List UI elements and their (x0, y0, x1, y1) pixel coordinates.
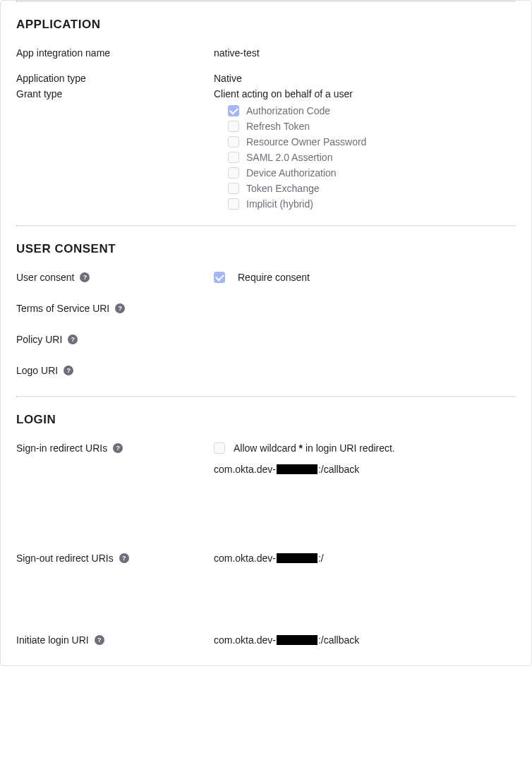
grant-option-label: Token Exchange (246, 183, 320, 194)
policy-uri-row: Policy URI ? (16, 334, 516, 345)
wildcard-suffix: in login URI redirect. (303, 442, 395, 454)
initiate-login-row: Initiate login URI ? com.okta.dev-:/call… (16, 634, 516, 646)
grant-option-checkbox[interactable] (228, 105, 239, 116)
allow-wildcard-row: Allow wildcard * in login URI redirect. (214, 442, 516, 454)
grant-option-row: Resource Owner Password (228, 136, 516, 147)
redacted-block (277, 553, 318, 563)
grant-option-label: Implicit (hybrid) (246, 198, 313, 210)
redacted-block (277, 635, 318, 645)
app-name-value: native-test (214, 47, 260, 59)
app-type-label: Application type (16, 73, 86, 84)
user-consent-label: User consent (16, 272, 74, 283)
grant-type-label: Grant type (16, 88, 62, 99)
initiate-login-label: Initiate login URI (16, 634, 89, 646)
login-section: LOGIN Sign-in redirect URIs ? Allow wild… (16, 397, 516, 665)
grant-option-label: Refresh Token (246, 121, 310, 132)
app-type-value: Native (214, 73, 242, 84)
uri-suffix: :/ (318, 553, 324, 564)
signin-redirect-row: Sign-in redirect URIs ? Allow wildcard *… (16, 442, 516, 475)
signout-redirect-uri: com.okta.dev-:/ (214, 553, 324, 564)
tos-uri-row: Terms of Service URI ? (16, 303, 516, 314)
spacer (16, 564, 516, 634)
signin-redirect-label: Sign-in redirect URIs (16, 442, 107, 454)
tos-uri-label: Terms of Service URI (16, 303, 109, 314)
grant-option-row: Refresh Token (228, 121, 516, 132)
wildcard-prefix: Allow wildcard (234, 442, 299, 454)
grant-option-label: Authorization Code (246, 105, 330, 116)
uri-suffix: :/callback (318, 464, 359, 475)
grant-subheading: Client acting on behalf of a user (214, 88, 516, 99)
require-consent-row: Require consent (214, 272, 516, 283)
user-consent-row: User consent ? Require consent (16, 272, 516, 283)
settings-panel: APPLICATION App integration name native-… (0, 0, 532, 666)
grant-option-row: Authorization Code (228, 105, 516, 116)
uri-prefix: com.okta.dev- (214, 634, 276, 646)
user-consent-section: USER CONSENT User consent ? Require cons… (16, 227, 516, 396)
grant-types-list: Authorization CodeRefresh TokenResource … (214, 105, 516, 210)
grant-option-checkbox[interactable] (228, 183, 239, 194)
application-heading: APPLICATION (16, 18, 516, 32)
help-icon[interactable]: ? (80, 272, 90, 282)
grant-option-label: Resource Owner Password (246, 136, 366, 147)
grant-option-row: Token Exchange (228, 183, 516, 194)
user-consent-heading: USER CONSENT (16, 242, 516, 256)
grant-option-row: Implicit (hybrid) (228, 198, 516, 210)
app-name-row: App integration name native-test (16, 47, 516, 59)
grant-type-row: Grant type Client acting on behalf of a … (16, 88, 516, 210)
grant-option-row: Device Authorization (228, 167, 516, 179)
allow-wildcard-label: Allow wildcard * in login URI redirect. (234, 442, 395, 454)
grant-option-checkbox[interactable] (228, 198, 239, 210)
signout-redirect-row: Sign-out redirect URIs ? com.okta.dev-:/ (16, 553, 516, 564)
help-icon[interactable]: ? (115, 303, 125, 313)
help-icon[interactable]: ? (95, 635, 104, 645)
grant-option-checkbox[interactable] (228, 167, 239, 179)
initiate-login-uri: com.okta.dev-:/callback (214, 634, 359, 646)
application-section: APPLICATION App integration name native-… (16, 2, 516, 225)
signin-redirect-uri: com.okta.dev-:/callback (214, 464, 359, 475)
redacted-block (277, 464, 318, 474)
logo-uri-row: Logo URI ? (16, 365, 516, 376)
signout-redirect-label: Sign-out redirect URIs (16, 553, 114, 564)
grant-option-row: SAML 2.0 Assertion (228, 152, 516, 163)
require-consent-checkbox[interactable] (214, 272, 225, 283)
help-icon[interactable]: ? (68, 334, 78, 344)
allow-wildcard-checkbox[interactable] (214, 442, 225, 454)
app-name-label: App integration name (16, 47, 110, 59)
spacer (16, 475, 516, 553)
help-icon[interactable]: ? (119, 553, 129, 563)
grant-option-checkbox[interactable] (228, 121, 239, 132)
grant-option-checkbox[interactable] (228, 152, 239, 163)
app-type-row: Application type Native (16, 73, 516, 84)
uri-prefix: com.okta.dev- (214, 464, 276, 475)
uri-prefix: com.okta.dev- (214, 553, 276, 564)
grant-option-label: SAML 2.0 Assertion (246, 152, 332, 163)
help-icon[interactable]: ? (64, 366, 73, 375)
require-consent-label: Require consent (238, 272, 310, 283)
grant-option-label: Device Authorization (246, 167, 337, 179)
policy-uri-label: Policy URI (16, 334, 62, 345)
help-icon[interactable]: ? (113, 443, 123, 453)
login-heading: LOGIN (16, 413, 516, 427)
grant-option-checkbox[interactable] (228, 136, 239, 147)
uri-suffix: :/callback (318, 634, 359, 646)
logo-uri-label: Logo URI (16, 365, 58, 376)
